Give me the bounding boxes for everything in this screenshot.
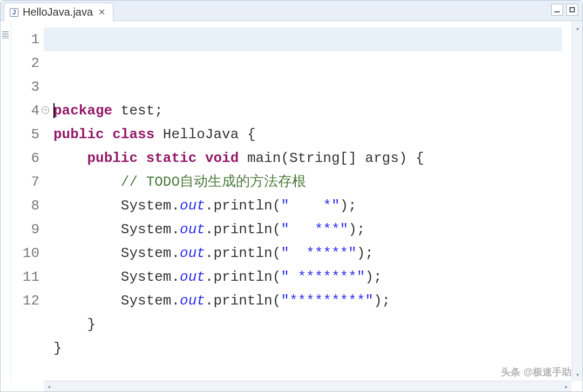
code-token [53,174,121,190]
code-token: TODO自动生成的方法存根 [146,174,306,190]
tab-filename: HelloJava.java [23,6,93,18]
code-token: System. [53,293,180,309]
code-token: .println( [205,245,281,261]
code-line[interactable]: } [53,336,572,360]
code-token: out [180,245,205,261]
line-number: 9 [11,218,44,241]
code-token: HelloJava { [154,126,255,143]
code-token [138,150,146,166]
code-token: System. [53,221,180,238]
ruler-mark-icon [2,31,9,38]
code-token: ); [340,198,357,214]
tab-bar: J HelloJava.java ✕ [1,1,582,21]
code-area[interactable]: package test;public class HelloJava { pu… [44,21,572,381]
java-file-icon: J [10,8,18,17]
code-line[interactable]: System.out.println(" ***"); [53,218,572,241]
line-number: 5 [11,123,44,146]
line-number: 1 [11,28,44,51]
code-line[interactable]: } [53,313,572,336]
code-token: static [146,150,197,166]
scroll-right-icon[interactable]: ▸ [565,383,568,391]
scroll-up-icon[interactable]: ▴ [574,24,581,31]
code-token: out [180,269,205,285]
line-number: 6 [11,146,44,170]
code-token: class [112,126,154,143]
vertical-scrollbar[interactable]: ▴ ▾ [572,21,582,381]
code-token: "*********" [281,293,374,309]
left-ruler [1,21,11,381]
code-line[interactable]: System.out.println(" *******"); [53,265,572,289]
code-token: .println( [205,221,281,238]
editor-area[interactable]: 1234−56789101112 package test;public cla… [1,21,582,381]
line-number: 4− [11,99,44,123]
code-token: ); [357,245,374,261]
code-token: public [53,126,104,143]
code-token [196,150,205,166]
scroll-down-icon[interactable]: ▾ [574,371,581,377]
line-number: 7 [11,170,44,194]
code-token: " *****" [281,245,356,261]
tab-hellojava[interactable]: J HelloJava.java ✕ [4,3,113,21]
code-token: ); [365,269,382,285]
code-token: void [205,150,239,166]
code-token: public [87,150,138,166]
code-token: out [180,198,205,214]
code-token: main(String[] args) { [239,150,424,166]
code-token: " *" [281,198,340,214]
line-number: 2 [11,51,44,75]
line-number-gutter: 1234−56789101112 [11,21,44,381]
code-token: " ***" [281,221,348,238]
line-number: 11 [11,265,44,289]
code-line[interactable]: // TODO自动生成的方法存根 [53,170,572,194]
code-token: out [180,221,205,238]
code-token: ); [348,221,365,238]
code-line[interactable]: System.out.println("*********"); [53,289,572,313]
code-token: out [180,293,205,309]
code-token [53,150,87,166]
code-line[interactable]: System.out.println(" *"); [53,194,572,218]
watermark-text: 头条 @极速手助 [501,366,572,379]
horizontal-scrollbar[interactable]: ◂ ▸ [44,381,572,391]
code-token [104,126,113,143]
code-token: } [53,340,62,356]
code-token: System. [53,269,180,285]
code-token: test; [112,103,163,119]
current-line-highlight [44,28,562,51]
line-number: 3 [11,75,44,99]
line-number: 12 [11,289,44,313]
editor-window: J HelloJava.java ✕ 1234−56789101112 pack… [0,0,583,392]
code-token: ); [374,293,390,309]
code-line[interactable]: public class HelloJava { [53,123,572,146]
window-controls [551,4,578,16]
code-token: System. [53,198,180,214]
line-number: 10 [11,241,44,265]
code-token: // [121,174,146,190]
minimize-button[interactable] [551,4,563,16]
code-token: .println( [205,269,281,285]
line-number: 8 [11,194,44,218]
code-line[interactable]: package test; [53,99,572,123]
maximize-button[interactable] [566,4,578,16]
code-token: .println( [205,198,281,214]
code-token: " *******" [281,269,365,285]
code-token: .println( [205,293,281,309]
code-line[interactable]: System.out.println(" *****"); [53,241,572,265]
code-token: } [53,316,96,333]
close-tab-icon[interactable]: ✕ [97,7,106,17]
scroll-left-icon[interactable]: ◂ [47,383,51,391]
code-token: System. [53,245,180,261]
code-token: package [53,103,112,119]
code-line[interactable]: public static void main(String[] args) { [53,146,572,170]
